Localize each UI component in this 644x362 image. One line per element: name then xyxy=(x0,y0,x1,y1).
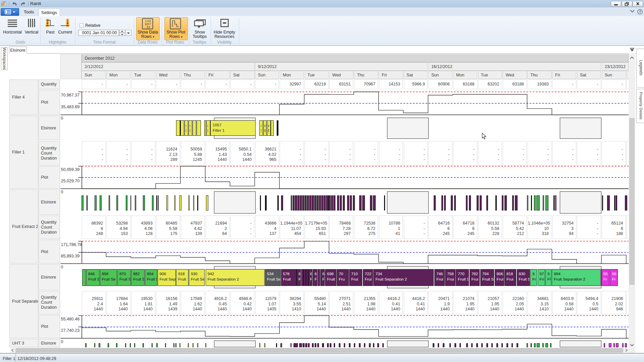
svg-text:?: ? xyxy=(639,10,641,14)
svg-text:32: 32 xyxy=(146,25,150,29)
